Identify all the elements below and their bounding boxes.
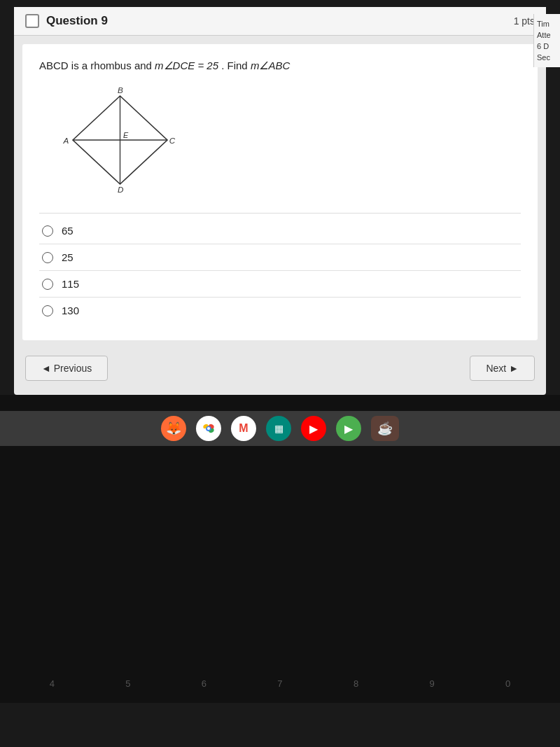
radio-65[interactable] bbox=[42, 225, 53, 237]
side-tim: Tim bbox=[537, 20, 557, 28]
options-list: 65 25 115 130 bbox=[39, 218, 521, 323]
play-icon[interactable]: ▶ bbox=[336, 416, 361, 441]
question-text-suffix: . Find bbox=[218, 60, 251, 71]
option-115-label: 115 bbox=[62, 278, 79, 290]
meet-icon[interactable]: ▦ bbox=[266, 416, 291, 441]
svg-point-5 bbox=[207, 427, 210, 430]
side-date: 6 D bbox=[537, 42, 557, 50]
side-attempts: Atte bbox=[537, 31, 557, 39]
nav-bar: ◄ Previous Next ► bbox=[14, 349, 546, 388]
vertex-b-label: B bbox=[118, 85, 123, 95]
option-65[interactable]: 65 bbox=[39, 218, 521, 244]
question-header: Question 9 1 pts bbox=[14, 7, 546, 36]
option-130[interactable]: 130 bbox=[39, 298, 521, 323]
key-5: 5 bbox=[125, 678, 130, 689]
side-panel: Tim Atte 6 D Sec bbox=[533, 14, 560, 67]
vertex-e-label: E bbox=[123, 131, 129, 139]
option-25[interactable]: 25 bbox=[39, 244, 521, 271]
question-text-prefix: ABCD is a rhombus and bbox=[39, 60, 155, 71]
coffee-icon[interactable]: ☕ bbox=[371, 416, 399, 441]
quiz-container: Question 9 1 pts ABCD is a rhombus and m… bbox=[14, 7, 546, 395]
question-checkbox[interactable] bbox=[25, 14, 39, 28]
side-sec: Sec bbox=[537, 53, 557, 62]
option-130-label: 130 bbox=[62, 305, 79, 316]
fox-icon[interactable]: 🦊 bbox=[161, 416, 186, 441]
key-0: 0 bbox=[505, 678, 510, 689]
keyboard-row: 4 5 6 7 8 9 0 bbox=[0, 678, 560, 689]
taskbar: 🦊 M ▦ ▶ ▶ ☕ bbox=[0, 411, 560, 446]
key-8: 8 bbox=[354, 678, 358, 689]
question-points: 1 pts bbox=[514, 15, 535, 27]
key-7: 7 bbox=[277, 678, 282, 689]
key-4: 4 bbox=[50, 678, 55, 689]
question-body: ABCD is a rhombus and m∠DCE = 25 . Find … bbox=[22, 44, 538, 340]
option-115[interactable]: 115 bbox=[39, 271, 521, 298]
youtube-icon[interactable]: ▶ bbox=[301, 416, 326, 441]
question-title: Question 9 bbox=[46, 14, 108, 28]
radio-25[interactable] bbox=[42, 252, 53, 263]
question-given: m∠DCE = 25 bbox=[155, 60, 218, 71]
question-find: m∠ABC bbox=[251, 60, 290, 71]
previous-button[interactable]: ◄ Previous bbox=[25, 356, 108, 381]
radio-115[interactable] bbox=[42, 279, 53, 290]
next-button[interactable]: Next ► bbox=[470, 356, 535, 381]
question-text: ABCD is a rhombus and m∠DCE = 25 . Find … bbox=[39, 58, 521, 73]
diagram-container: A B C D E bbox=[39, 84, 521, 196]
options-divider bbox=[39, 213, 521, 214]
chrome-svg bbox=[200, 420, 217, 437]
key-6: 6 bbox=[202, 678, 206, 689]
chrome-icon[interactable] bbox=[196, 416, 221, 441]
gmail-icon[interactable]: M bbox=[231, 416, 256, 441]
option-65-label: 65 bbox=[62, 225, 74, 237]
vertex-a-label: A bbox=[63, 136, 69, 145]
rhombus-diagram: A B C D E bbox=[60, 84, 186, 196]
vertex-c-label: C bbox=[169, 136, 176, 145]
key-9: 9 bbox=[429, 678, 434, 689]
option-25-label: 25 bbox=[62, 251, 74, 263]
radio-130[interactable] bbox=[42, 305, 53, 316]
vertex-d-label: D bbox=[118, 185, 124, 194]
